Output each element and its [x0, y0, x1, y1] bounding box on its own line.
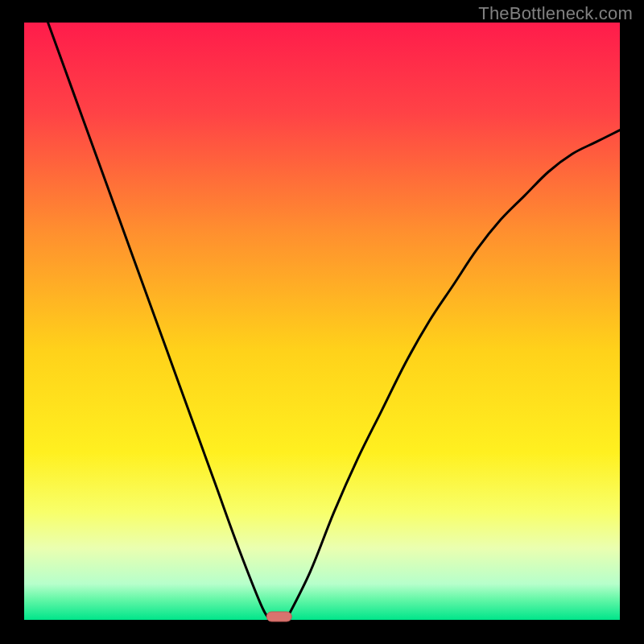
chart-frame: TheBottleneck.com [0, 0, 644, 644]
bottleneck-chart [0, 0, 644, 644]
watermark-text: TheBottleneck.com [478, 3, 633, 24]
plot-background [24, 23, 620, 620]
minimum-marker [266, 612, 291, 621]
